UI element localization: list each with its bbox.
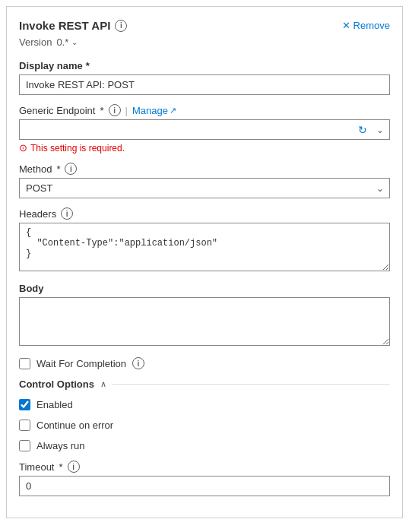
body-textarea[interactable] <box>19 297 390 346</box>
version-chevron-icon: ⌄ <box>71 38 78 46</box>
method-label: Method <box>19 163 52 175</box>
endpoint-required: * <box>100 105 103 116</box>
endpoint-input[interactable] <box>19 119 390 140</box>
manage-label: Manage <box>132 105 168 116</box>
always-run-checkbox[interactable] <box>19 440 30 451</box>
endpoint-label: Generic Endpoint <box>19 105 95 116</box>
display-name-group: Display name * <box>19 60 390 95</box>
display-name-input[interactable] <box>19 74 390 95</box>
wait-for-completion-row: Wait For Completion i <box>19 357 390 369</box>
form-header: Invoke REST API i ✕ Remove <box>19 19 390 32</box>
method-label-row: Method * i <box>19 163 390 175</box>
timeout-label-row: Timeout * i <box>19 461 390 473</box>
control-options-title: Control Options <box>19 378 94 390</box>
timeout-info-icon[interactable]: i <box>68 461 80 473</box>
headers-label-row: Headers i <box>19 207 390 220</box>
manage-link[interactable]: Manage ↗ <box>132 105 176 116</box>
timeout-group: Timeout * i <box>19 461 390 496</box>
version-label: Version <box>19 36 52 48</box>
close-icon: ✕ <box>342 20 350 31</box>
wait-for-completion-checkbox[interactable] <box>19 358 30 369</box>
endpoint-refresh-button[interactable]: ↻ <box>358 124 367 136</box>
headers-textarea[interactable]: { "Content-Type":"application/json" } <box>19 223 390 271</box>
form-title: Invoke REST API <box>19 19 110 32</box>
continue-on-error-label: Continue on error <box>36 420 113 431</box>
endpoint-error-message: ⊙ This setting is required. <box>19 142 390 154</box>
always-run-label: Always run <box>36 440 85 451</box>
enabled-checkbox[interactable] <box>19 399 30 410</box>
generic-endpoint-group: Generic Endpoint * i | Manage ↗ ↻ ⌄ ⊙ Th… <box>19 104 390 154</box>
timeout-input[interactable] <box>19 476 390 496</box>
continue-on-error-checkbox[interactable] <box>19 420 30 431</box>
endpoint-error-text: This setting is required. <box>30 143 125 154</box>
method-group: Method * i ⌄ <box>19 163 390 198</box>
headers-group: Headers i { "Content-Type":"application/… <box>19 207 390 274</box>
display-name-label-row: Display name * <box>19 60 390 71</box>
headers-info-icon[interactable]: i <box>61 207 73 220</box>
refresh-icon: ↻ <box>358 124 367 136</box>
external-link-icon: ↗ <box>170 106 176 116</box>
endpoint-label-row: Generic Endpoint * i | Manage ↗ <box>19 104 390 116</box>
collapse-icon[interactable]: ∧ <box>100 379 106 389</box>
method-select-wrapper: ⌄ <box>19 178 390 198</box>
enabled-row: Enabled <box>19 399 390 410</box>
control-divider <box>113 384 390 385</box>
timeout-label: Timeout <box>19 461 54 473</box>
timeout-required: * <box>59 461 62 473</box>
control-options-header: Control Options ∧ <box>19 378 390 390</box>
always-run-row: Always run <box>19 440 390 451</box>
body-label: Body <box>19 283 390 294</box>
version-row: Version 0.* ⌄ <box>19 36 390 48</box>
remove-button[interactable]: ✕ Remove <box>342 20 390 31</box>
endpoint-info-icon[interactable]: i <box>109 104 121 116</box>
endpoint-select-wrapper: ↻ ⌄ <box>19 119 390 140</box>
method-required: * <box>56 163 60 175</box>
method-info-icon[interactable]: i <box>65 163 77 175</box>
headers-label: Headers <box>19 208 56 220</box>
body-group: Body <box>19 283 390 348</box>
display-name-label: Display name <box>19 60 83 71</box>
method-input[interactable] <box>19 178 390 198</box>
wait-info-icon[interactable]: i <box>132 357 144 369</box>
title-info-icon[interactable]: i <box>115 20 127 32</box>
version-value: 0.* <box>56 36 68 48</box>
version-dropdown[interactable]: 0.* ⌄ <box>56 36 78 48</box>
remove-label: Remove <box>354 20 390 31</box>
enabled-label: Enabled <box>36 399 73 410</box>
error-icon: ⊙ <box>19 142 27 154</box>
continue-on-error-row: Continue on error <box>19 420 390 431</box>
wait-for-completion-label: Wait For Completion <box>36 358 126 369</box>
title-area: Invoke REST API i <box>19 19 127 32</box>
display-name-required: * <box>86 60 90 71</box>
